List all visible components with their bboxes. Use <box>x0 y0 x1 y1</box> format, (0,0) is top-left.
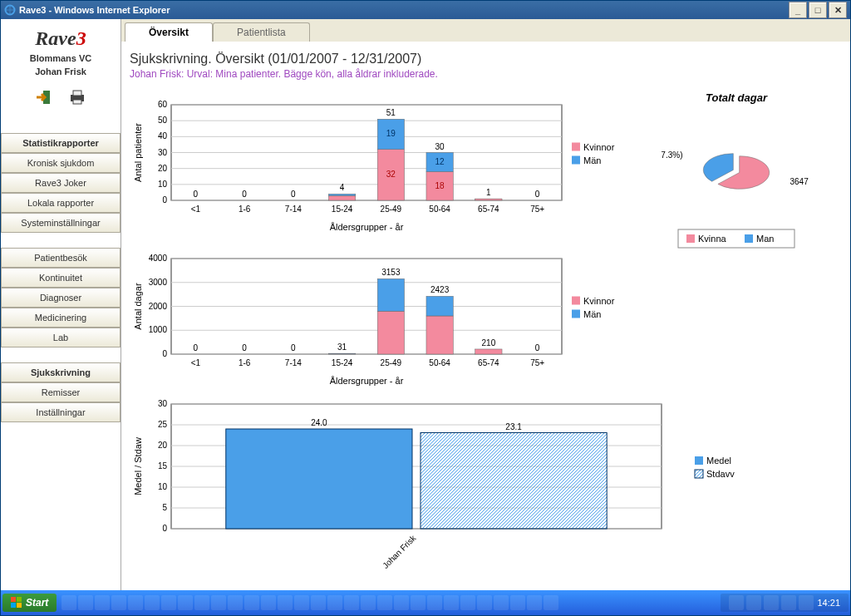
svg-text:65-74: 65-74 <box>478 205 499 214</box>
nav-item[interactable]: Remisser <box>1 382 121 402</box>
svg-text:50-64: 50-64 <box>429 358 450 367</box>
nav-item[interactable]: Kontinuitet <box>1 268 121 288</box>
svg-text:Antal patienter: Antal patienter <box>133 123 143 182</box>
taskbar-icon[interactable] <box>95 595 110 610</box>
taskbar-icon[interactable] <box>128 595 143 610</box>
taskbar-icon[interactable] <box>527 595 542 610</box>
taskbar-icon[interactable] <box>61 595 76 610</box>
nav-item[interactable]: Inställningar <box>1 402 121 422</box>
tab-oversikt[interactable]: Översikt <box>125 22 213 42</box>
svg-rect-27 <box>328 194 355 195</box>
taskbar-icon[interactable] <box>211 595 226 610</box>
nav-item[interactable]: Lab <box>1 328 121 347</box>
taskbar-icon[interactable] <box>311 595 326 610</box>
tab-patientlista[interactable]: Patientlista <box>213 22 310 42</box>
svg-rect-127 <box>17 597 22 602</box>
taskbar-icon[interactable] <box>78 595 93 610</box>
svg-text:32: 32 <box>386 170 396 179</box>
svg-text:Antal dagar: Antal dagar <box>133 283 143 330</box>
svg-rect-108 <box>226 429 412 529</box>
nav-item[interactable]: Systeminställningar <box>1 213 121 233</box>
taskbar-icon[interactable] <box>460 595 475 610</box>
org-name: Blommans VC <box>30 53 92 63</box>
start-button[interactable]: Start <box>2 594 57 612</box>
taskbar-icon[interactable] <box>161 595 176 610</box>
taskbar-icon[interactable] <box>444 595 459 610</box>
svg-text:1-6: 1-6 <box>239 205 251 214</box>
taskbar-icon[interactable] <box>294 595 309 610</box>
taskbar-icon[interactable] <box>111 595 126 610</box>
svg-text:1: 1 <box>486 188 491 197</box>
nav-item[interactable]: Patientbesök <box>1 248 121 268</box>
svg-text:3000: 3000 <box>149 278 168 287</box>
taskbar-icon[interactable] <box>244 595 259 610</box>
svg-text:50: 50 <box>158 116 168 125</box>
chart-days: 010002000300040000<101-607-143115-243153… <box>130 242 662 387</box>
svg-text:10: 10 <box>158 482 168 491</box>
svg-text:210: 210 <box>482 338 496 347</box>
svg-text:Åldersgrupper - år: Åldersgrupper - år <box>330 376 404 386</box>
minimize-button[interactable]: _ <box>789 2 807 18</box>
svg-text:Åldersgrupper - år: Åldersgrupper - år <box>330 222 404 232</box>
chart-mean: 05101520253024.023.1Johan FriskMedel / S… <box>130 396 662 570</box>
taskbar-icon[interactable] <box>494 595 509 610</box>
svg-text:0: 0 <box>242 190 247 199</box>
tray-icons[interactable] <box>729 595 814 610</box>
svg-text:Kvinnor: Kvinnor <box>583 296 615 306</box>
nav-item[interactable]: Diagnoser <box>1 288 121 308</box>
taskbar-icon[interactable] <box>411 595 426 610</box>
nav-header: Sjukskrivning <box>1 362 121 382</box>
svg-text:0: 0 <box>291 343 296 352</box>
svg-rect-128 <box>11 603 16 608</box>
taskbar-icon[interactable] <box>361 595 376 610</box>
taskbar-icon[interactable] <box>228 595 243 610</box>
svg-rect-110 <box>421 433 607 530</box>
svg-rect-79 <box>426 296 453 316</box>
taskbar-icon[interactable] <box>394 595 409 610</box>
svg-text:15-24: 15-24 <box>332 205 353 214</box>
taskbar-icon[interactable] <box>145 595 160 610</box>
svg-text:Kvinna: Kvinna <box>698 234 727 244</box>
taskbar-icon[interactable] <box>327 595 342 610</box>
sidebar: Rave3 Blommans VC Johan Frisk Statistikr… <box>1 19 121 590</box>
taskbar-icon[interactable] <box>261 595 276 610</box>
taskbar: Start 14:21 <box>1 590 850 615</box>
svg-text:Män: Män <box>583 309 601 319</box>
svg-text:4000: 4000 <box>149 254 168 263</box>
taskbar-icon[interactable] <box>278 595 293 610</box>
tabs: Översikt Patientlista <box>121 19 850 42</box>
print-icon[interactable] <box>68 88 86 106</box>
nav-item[interactable]: Kronisk sjukdom <box>1 153 121 173</box>
taskbar-icon[interactable] <box>344 595 359 610</box>
svg-text:0: 0 <box>535 190 540 199</box>
taskbar-icon[interactable] <box>194 595 209 610</box>
svg-rect-126 <box>11 597 16 602</box>
svg-text:23.1: 23.1 <box>505 422 522 431</box>
svg-text:65-74: 65-74 <box>478 358 499 367</box>
svg-text:Män: Män <box>583 155 601 165</box>
taskbar-icon[interactable] <box>178 595 193 610</box>
svg-text:19: 19 <box>386 129 396 138</box>
close-button[interactable]: ✕ <box>829 2 847 18</box>
svg-text:0: 0 <box>162 524 167 533</box>
svg-text:4: 4 <box>340 183 345 192</box>
taskbar-icon[interactable] <box>510 595 525 610</box>
svg-text:0: 0 <box>162 349 167 358</box>
svg-text:24.0: 24.0 <box>311 418 327 427</box>
svg-rect-82 <box>475 349 502 354</box>
chart-pie: Totalt dagar3647 (62.7%)2171 (37.3%)Kvin… <box>662 88 811 304</box>
nav-item[interactable]: Medicinering <box>1 308 121 328</box>
nav-item[interactable]: Lokala rapporter <box>1 193 121 213</box>
ie-icon <box>4 4 16 16</box>
taskbar-icon[interactable] <box>544 595 558 610</box>
nav-item[interactable]: Rave3 Joker <box>1 173 121 193</box>
taskbar-icon[interactable] <box>377 595 392 610</box>
exit-icon[interactable] <box>35 88 53 106</box>
svg-rect-74 <box>377 311 404 354</box>
maximize-button[interactable]: □ <box>809 2 827 18</box>
svg-text:15: 15 <box>158 461 168 471</box>
svg-text:10: 10 <box>158 180 168 189</box>
taskbar-icon[interactable] <box>477 595 492 610</box>
svg-text:Johan Frisk: Johan Frisk <box>381 533 418 570</box>
taskbar-icon[interactable] <box>427 595 442 610</box>
